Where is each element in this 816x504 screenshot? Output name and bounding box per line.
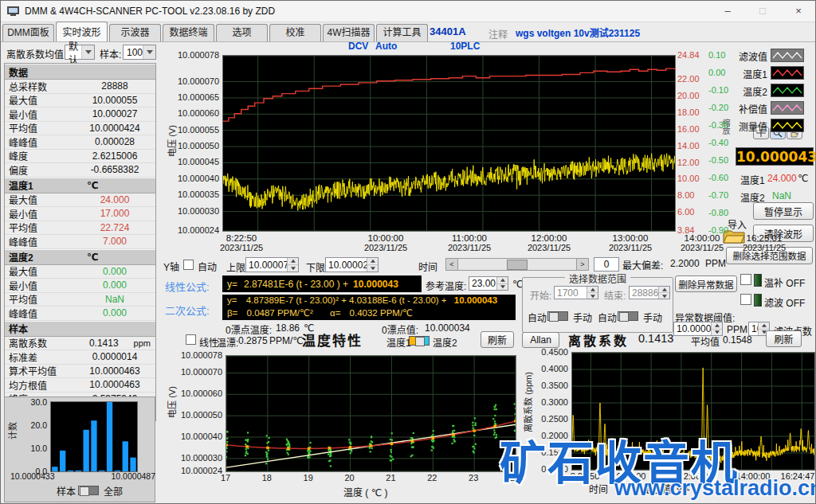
axis-tick-label: 10.000070 bbox=[173, 76, 219, 86]
axis-tick-label: 0.2500 bbox=[530, 414, 568, 424]
pause-display-button[interactable]: 暂停显示 bbox=[753, 202, 814, 220]
spin-up-icon[interactable] bbox=[367, 258, 378, 265]
linear-checkbox[interactable] bbox=[186, 334, 196, 345]
spin-up-icon[interactable] bbox=[759, 322, 769, 330]
drift-value: 0.2875 bbox=[238, 335, 268, 346]
range-start-spinner[interactable]: 1700 bbox=[554, 286, 598, 299]
upper-limit-value: 10.000078 bbox=[246, 260, 287, 271]
stats-row: 峰度2.6215006 bbox=[5, 150, 155, 164]
axis-tick-label: 10.000040 bbox=[173, 174, 219, 183]
axis-tick-label: 0.10 bbox=[708, 50, 736, 60]
readout-temp2-value: NaN bbox=[772, 190, 791, 201]
dmm-mode-label: DCV bbox=[348, 41, 368, 52]
sample-label: 样本: bbox=[100, 47, 121, 61]
axis-tick-label: -0.60 bbox=[708, 173, 736, 182]
readout-temp1-value: 24.000 bbox=[767, 173, 797, 184]
legend-plot-icon[interactable] bbox=[771, 119, 804, 132]
spin-down-icon[interactable] bbox=[497, 284, 508, 291]
axis-tick-label: 20 bbox=[340, 473, 359, 483]
axis-tick-label: 21 bbox=[381, 473, 400, 483]
range-end-spinner[interactable]: 28886 bbox=[629, 286, 670, 299]
spin-down-icon[interactable] bbox=[659, 293, 669, 299]
stats-row: 平均值NaN bbox=[5, 293, 155, 307]
time-offset-box[interactable]: 0 bbox=[594, 257, 619, 272]
max-dev-unit: PPM bbox=[705, 258, 726, 269]
temp-char-refresh-button[interactable]: 刷新 bbox=[481, 331, 514, 348]
spin-up-icon[interactable] bbox=[587, 287, 598, 293]
stats-row: 平均值10.0000424 bbox=[5, 122, 155, 136]
axis-tick-label: 2023/11/25 bbox=[357, 243, 414, 252]
spin-down-icon[interactable] bbox=[367, 265, 378, 272]
spin-up-icon[interactable] bbox=[288, 258, 298, 265]
tab-实时波形[interactable]: 实时波形 bbox=[56, 21, 108, 41]
temp-comp-label: 温补 OFF bbox=[764, 275, 805, 289]
lower-limit-spinner[interactable]: 10.000024 bbox=[325, 257, 379, 272]
axis-tick-label: 8.00 bbox=[677, 190, 706, 200]
temp1-temp2-toggle[interactable] bbox=[409, 336, 430, 346]
y-auto-checkbox[interactable] bbox=[183, 260, 194, 270]
minimize-button[interactable]: – bbox=[710, 1, 745, 21]
spin-down-icon[interactable] bbox=[288, 265, 298, 272]
spin-up-icon[interactable] bbox=[659, 287, 669, 293]
tab-示波器[interactable]: 示波器 bbox=[109, 24, 161, 41]
zero-drift-value-label: 0漂点值: bbox=[382, 322, 418, 336]
scroll-left-icon[interactable]: < bbox=[446, 259, 458, 270]
delete-abnormal-button[interactable]: 删除异常数据 bbox=[675, 275, 737, 292]
threshold-unit: PPM bbox=[727, 324, 747, 335]
filter-led bbox=[754, 294, 762, 307]
legend-plot-icon[interactable] bbox=[771, 66, 804, 80]
axis-tick-label: 0.00 bbox=[708, 68, 736, 77]
readout-temp1-unit: ℃ bbox=[798, 173, 808, 184]
spin-up-icon[interactable] bbox=[712, 322, 722, 330]
tab-校准[interactable]: 校准 bbox=[269, 24, 321, 41]
spin-up-icon[interactable] bbox=[497, 277, 508, 284]
upper-limit-spinner[interactable]: 10.000078 bbox=[245, 257, 299, 272]
axis-tick-label: -0.10 bbox=[708, 85, 736, 95]
dispersion-value: 0.1413 bbox=[638, 332, 673, 345]
axis-tick-label: 10.000060 bbox=[178, 389, 222, 398]
dmm-plc-label: 10PLC bbox=[450, 41, 480, 52]
sample-select[interactable]: 100 bbox=[123, 45, 156, 60]
ref-temp-spinner[interactable]: 23.00 bbox=[469, 276, 508, 291]
scrollbar-thumb[interactable] bbox=[507, 260, 528, 270]
legend-plot-icon[interactable] bbox=[771, 101, 804, 115]
filter-checkbox[interactable] bbox=[740, 294, 751, 305]
stats-row: 标准差0.0000014 bbox=[5, 350, 155, 365]
axis-tick-label: 20.00 bbox=[677, 91, 706, 100]
maximize-button[interactable]: □ bbox=[745, 1, 780, 21]
tab-数据终端[interactable]: 数据终端 bbox=[163, 24, 214, 41]
spin-down-icon[interactable] bbox=[587, 293, 598, 299]
axis-tick-label: -0.70 bbox=[708, 190, 736, 200]
axis-tick-label: 12.00 bbox=[677, 158, 706, 167]
tab-4W扫描器[interactable]: 4W扫描器 bbox=[323, 24, 375, 41]
readout-temp1-label: 温度1 bbox=[740, 173, 765, 186]
dispersion-refresh-button[interactable]: 刷新 bbox=[766, 330, 802, 347]
tab-计算工具[interactable]: 计算工具 bbox=[376, 24, 428, 41]
watermark-url: www.crystalradio.cn bbox=[614, 476, 816, 501]
tab-DMM面板[interactable]: DMM面板 bbox=[2, 24, 54, 41]
histogram-sample-all-toggle[interactable] bbox=[78, 486, 99, 495]
app-window: DMM & 4W4CH-SCANNER PC-TOOL v2.23.08.16 … bbox=[0, 0, 816, 504]
legend-plot-icon[interactable] bbox=[771, 84, 804, 97]
histogram-all-label: 全部 bbox=[104, 484, 123, 498]
linear-expr: 2.87481E-6 (t - 23.00 ) + bbox=[244, 279, 348, 290]
tab-选项[interactable]: 选项 bbox=[216, 24, 268, 41]
scroll-right-icon[interactable]: > bbox=[576, 259, 588, 270]
close-button[interactable]: × bbox=[780, 1, 816, 21]
alpha-unit: PPM/℃ bbox=[380, 308, 413, 318]
axis-tick-label: 19 bbox=[299, 473, 318, 483]
time-scrollbar[interactable]: < > bbox=[445, 258, 589, 271]
legend-plot-icon[interactable] bbox=[771, 49, 804, 62]
zero-drift-value: 10.000034 bbox=[425, 322, 470, 334]
zero-drift-temp-label: 0漂点温度: bbox=[226, 322, 272, 336]
note-text[interactable]: wgs voltgen 10v测试231125 bbox=[516, 25, 640, 39]
dispersion-mean-select[interactable]: 默认 bbox=[65, 45, 95, 60]
formula-y: y= bbox=[227, 279, 237, 290]
stats-section-header: 样本 bbox=[5, 321, 155, 337]
allan-button[interactable]: Allan bbox=[522, 332, 559, 348]
range-toggle-1[interactable] bbox=[547, 311, 568, 321]
temp-comp-checkbox[interactable] bbox=[740, 274, 751, 285]
alpha-label: α= bbox=[330, 308, 340, 318]
histogram-ylabel: 计数 bbox=[6, 419, 18, 443]
range-toggle-2[interactable] bbox=[618, 311, 638, 321]
